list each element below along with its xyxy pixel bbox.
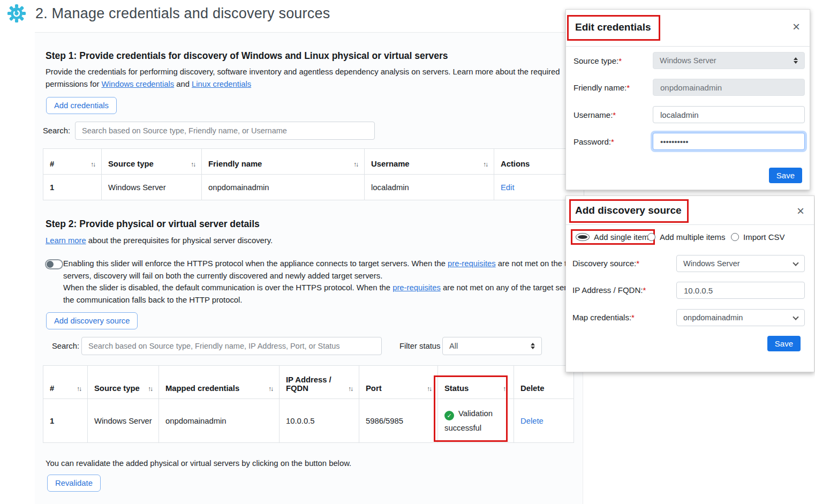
source-type-select[interactable]: Windows Server <box>653 52 805 69</box>
linux-credentials-link[interactable]: Linux credentials <box>192 80 251 88</box>
chevron-down-icon <box>793 314 798 320</box>
table-row: 1 Windows Server onpdomainadmin localadm… <box>43 175 584 200</box>
page-title: 2. Manage credentials and discovery sour… <box>35 5 330 22</box>
row-status: ✓Validation successful <box>438 399 514 443</box>
row-mapped-credentials: onpdomainadmin <box>159 399 280 443</box>
row-ip-fqdn: 10.0.0.5 <box>280 399 359 443</box>
sort-icon[interactable]: ↑↓ <box>483 161 487 168</box>
edit-credentials-modal: Edit credentials × Source type:* Windows… <box>565 9 810 190</box>
delete-discovery-source-link[interactable]: Delete <box>520 417 544 425</box>
success-check-icon: ✓ <box>444 411 454 420</box>
discovery-sources-table: #↑↓ Source type↑↓ Mapped credentials↑↓ I… <box>43 365 574 443</box>
discovery-table-header: #↑↓ Source type↑↓ Mapped credentials↑↓ I… <box>43 366 574 399</box>
content-card: Step 1: Provide credentials for discover… <box>35 32 583 504</box>
sort-icon[interactable]: ↑↓ <box>77 385 81 393</box>
sort-icon[interactable]: ↑↓ <box>353 161 358 168</box>
sort-icon[interactable]: ↑↓ <box>90 161 95 168</box>
filter-status-select[interactable]: All <box>442 337 542 355</box>
add-discovery-source-title: Add discovery source <box>575 205 682 216</box>
pre-requisites-link[interactable]: pre-requisites <box>393 283 441 292</box>
modal-divider <box>566 224 814 225</box>
credentials-search-input[interactable] <box>75 122 375 140</box>
app-header: 2. Manage credentials and discovery sour… <box>6 3 330 24</box>
row-source-type: Windows Server <box>88 399 159 443</box>
sort-icon[interactable]: ↑↓ <box>503 385 507 393</box>
revalidate-button[interactable]: Revalidate <box>47 475 101 492</box>
step2-heading: Step 2: Provide physical or virtual serv… <box>46 219 260 230</box>
chevron-down-icon <box>793 260 798 266</box>
sort-icon[interactable]: ↑↓ <box>148 385 152 393</box>
credentials-table: #↑↓ Source type↑↓ Friendly name↑↓ Userna… <box>43 148 584 200</box>
source-type-label: Source type:* <box>573 56 622 65</box>
step1-description: Provide the credentials for performing d… <box>46 66 564 90</box>
sort-icon[interactable]: ↑↓ <box>348 385 352 393</box>
https-toggle-description: Enabling this slider will enforce the HT… <box>63 258 593 306</box>
https-protocol-toggle[interactable] <box>45 259 63 269</box>
row-number: 1 <box>43 399 88 443</box>
save-credentials-button[interactable]: Save <box>769 168 802 183</box>
annotation-box-edit-credentials-title: Edit credentials <box>567 15 660 41</box>
friendly-name-label: Friendly name:* <box>573 83 630 92</box>
radio-icon <box>731 233 739 241</box>
edit-credentials-link[interactable]: Edit <box>501 183 515 192</box>
windows-credentials-link[interactable]: Windows credentials <box>101 80 174 88</box>
password-field[interactable] <box>653 133 805 150</box>
step2-learn-more: Learn more about the prerequisites for p… <box>46 235 527 247</box>
radio-selected-icon <box>576 233 590 241</box>
toggle-knob <box>47 261 54 268</box>
radio-icon <box>647 233 655 241</box>
friendly-name-field[interactable] <box>653 79 805 96</box>
row-source-type: Windows Server <box>102 175 202 200</box>
discovery-search-label: Search: <box>52 342 79 350</box>
sort-icon[interactable]: ↑↓ <box>191 161 195 168</box>
username-field[interactable] <box>653 106 805 123</box>
annotation-box-add-discovery-title: Add discovery source <box>569 199 689 223</box>
add-discovery-source-modal: Add discovery source × Add single item A… <box>565 195 814 372</box>
close-icon[interactable]: × <box>797 205 804 217</box>
radio-add-single-item[interactable]: Add single item <box>571 229 655 245</box>
close-icon[interactable]: × <box>793 20 800 33</box>
username-label: Username:* <box>573 110 616 119</box>
revalidate-description: You can revalidate the added physical or… <box>46 457 527 470</box>
sort-icon[interactable]: ↑↓ <box>268 385 273 393</box>
pre-requisites-link[interactable]: pre-requisites <box>448 259 496 268</box>
radio-add-multiple-items[interactable]: Add multiple items <box>647 232 726 242</box>
ip-fqdn-label: IP Address / FQDN:* <box>572 285 646 295</box>
edit-credentials-title: Edit credentials <box>575 21 651 33</box>
updown-icon <box>531 343 535 349</box>
step1-heading: Step 1: Provide credentials for discover… <box>46 50 448 62</box>
add-credentials-button[interactable]: Add credentials <box>46 97 117 114</box>
table-row: 1 Windows Server onpdomainadmin 10.0.0.5… <box>43 399 574 443</box>
filter-status-label: Filter status <box>399 342 440 350</box>
password-label: Password:* <box>573 137 614 146</box>
discovery-source-label: Discovery source:* <box>572 259 639 268</box>
row-friendly-name: onpdomainadmin <box>202 175 365 200</box>
page-root: 2. Manage credentials and discovery sour… <box>0 0 815 504</box>
row-username: localadmin <box>365 175 494 200</box>
gear-refresh-icon <box>6 3 27 24</box>
discovery-source-select[interactable]: Windows Server <box>676 255 805 272</box>
discovery-search-input[interactable] <box>81 337 382 355</box>
map-credentials-select[interactable]: onpdomainadmin <box>676 309 805 326</box>
save-discovery-source-button[interactable]: Save <box>767 336 801 351</box>
updown-icon <box>794 57 798 64</box>
row-port: 5986/5985 <box>359 399 438 443</box>
row-number: 1 <box>43 175 102 200</box>
sort-icon[interactable]: ↑↓ <box>427 385 431 393</box>
credentials-table-header: #↑↓ Source type↑↓ Friendly name↑↓ Userna… <box>43 149 584 175</box>
radio-import-csv[interactable]: Import CSV <box>731 232 785 242</box>
ip-fqdn-field[interactable] <box>676 282 805 299</box>
map-credentials-label: Map credentials:* <box>572 313 635 322</box>
learn-more-link[interactable]: Learn more <box>46 236 86 245</box>
add-discovery-source-button[interactable]: Add discovery source <box>46 312 138 329</box>
modal-divider <box>566 46 810 47</box>
credentials-search-label: Search: <box>43 126 70 135</box>
